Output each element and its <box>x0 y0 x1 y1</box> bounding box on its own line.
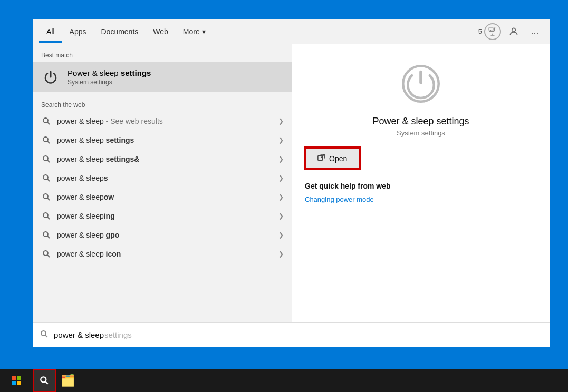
svg-point-4 <box>43 137 48 142</box>
web-search-label: Search the web <box>33 99 292 112</box>
search-bar-input[interactable]: power & sleep settings <box>54 330 542 340</box>
result-text: power & sleepow <box>57 193 273 201</box>
svg-point-14 <box>43 232 48 237</box>
open-button[interactable]: Open <box>305 148 360 169</box>
chevron-right-icon: ❯ <box>278 212 284 220</box>
svg-line-7 <box>47 160 50 162</box>
more-options-icon[interactable]: ... <box>526 23 543 40</box>
tab-more[interactable]: More ▾ <box>176 21 213 42</box>
svg-point-6 <box>43 156 48 161</box>
svg-point-20 <box>41 331 46 336</box>
search-icon <box>41 249 52 259</box>
list-item[interactable]: power & sleeping ❯ <box>33 207 292 226</box>
svg-line-13 <box>47 217 50 219</box>
search-icon <box>41 211 52 221</box>
power-icon-large <box>41 67 60 86</box>
start-button[interactable] <box>0 369 33 392</box>
quick-help-link[interactable]: Changing power mode <box>305 195 374 203</box>
chevron-right-icon: ❯ <box>278 193 284 201</box>
search-icon <box>41 154 52 164</box>
svg-line-3 <box>47 122 50 124</box>
folder-icon: 🗂️ <box>61 374 75 387</box>
svg-rect-24 <box>12 381 16 385</box>
open-btn-wrapper: Open <box>305 148 537 169</box>
result-text: power & sleep icon <box>57 250 273 258</box>
chevron-down-icon: ▾ <box>202 27 206 36</box>
chevron-right-icon: ❯ <box>278 155 284 163</box>
svg-point-26 <box>41 377 46 382</box>
main-content: Best match Power & sleep settings System… <box>33 44 550 340</box>
svg-point-16 <box>43 251 48 256</box>
tabs-right-controls: 5 ... <box>478 23 543 40</box>
chevron-right-icon: ❯ <box>278 250 284 258</box>
chevron-right-icon: ❯ <box>278 231 284 239</box>
svg-point-8 <box>43 175 48 180</box>
best-match-item[interactable]: Power & sleep settings System settings <box>33 62 292 92</box>
chevron-right-icon: ❯ <box>278 117 284 125</box>
chevron-right-icon: ❯ <box>278 136 284 144</box>
search-typed-text: power & sleep <box>54 330 104 340</box>
svg-point-1 <box>512 28 516 32</box>
search-icon <box>41 135 52 145</box>
result-text: power & sleep - See web results <box>57 117 273 125</box>
result-text: power & sleep gpo <box>57 231 273 239</box>
trophy-icon <box>484 23 501 40</box>
svg-rect-25 <box>17 381 21 385</box>
svg-line-27 <box>45 381 48 384</box>
svg-line-5 <box>47 141 50 143</box>
search-icon <box>41 230 52 240</box>
chevron-right-icon: ❯ <box>278 174 284 182</box>
svg-line-21 <box>45 335 47 337</box>
tab-all[interactable]: All <box>39 21 62 42</box>
quick-help-section: Get quick help from web Changing power m… <box>305 182 537 204</box>
best-match-text: Power & sleep settings System settings <box>68 68 151 86</box>
best-match-section: Best match Power & sleep settings System… <box>33 44 292 95</box>
list-item[interactable]: power & sleeps ❯ <box>33 169 292 188</box>
search-icon <box>41 192 52 202</box>
search-bar-icon <box>40 330 49 340</box>
svg-point-12 <box>43 213 48 218</box>
detail-title: Power & sleep settings <box>372 116 469 127</box>
result-text: power & sleeps <box>57 174 273 182</box>
tab-documents[interactable]: Documents <box>93 21 146 42</box>
tab-apps[interactable]: Apps <box>62 21 94 42</box>
list-item[interactable]: power & sleep settings ❯ <box>33 131 292 150</box>
svg-line-15 <box>47 236 50 238</box>
left-panel: Best match Power & sleep settings System… <box>33 44 292 340</box>
svg-line-17 <box>47 255 50 257</box>
trophy-badge[interactable]: 5 <box>478 23 501 40</box>
list-item[interactable]: power & sleep icon ❯ <box>33 244 292 263</box>
result-text: power & sleeping <box>57 212 273 220</box>
taskbar-file-explorer-button[interactable]: 🗂️ <box>56 369 79 392</box>
result-text: power & sleep settings <box>57 136 273 144</box>
quick-help-title: Get quick help from web <box>305 182 537 190</box>
web-search-section: Search the web power & sleep - See web r… <box>33 95 292 266</box>
taskbar-search-button[interactable] <box>33 369 56 392</box>
list-item[interactable]: power & sleep settings& ❯ <box>33 150 292 169</box>
search-icon <box>41 173 52 183</box>
svg-line-11 <box>47 198 50 200</box>
svg-rect-23 <box>17 376 21 380</box>
best-match-title: Power & sleep settings <box>68 68 151 77</box>
search-bar: power & sleep settings <box>33 322 550 347</box>
detail-power-icon <box>397 60 445 107</box>
open-external-icon <box>317 154 325 163</box>
taskbar: 🗂️ <box>0 369 568 392</box>
tab-bar: All Apps Documents Web More ▾ 5 <box>33 19 550 44</box>
tab-web[interactable]: Web <box>146 21 176 42</box>
search-ghost-text: settings <box>104 330 132 340</box>
search-icon <box>41 116 52 126</box>
right-panel: Power & sleep settings System settings O… <box>292 44 550 340</box>
best-match-subtitle: System settings <box>68 79 151 86</box>
svg-point-10 <box>43 194 48 199</box>
svg-rect-22 <box>12 376 16 380</box>
best-match-label: Best match <box>33 50 292 62</box>
user-icon[interactable] <box>505 23 522 40</box>
result-text: power & sleep settings& <box>57 155 273 163</box>
list-item[interactable]: power & sleep - See web results ❯ <box>33 112 292 131</box>
list-item[interactable]: power & sleep gpo ❯ <box>33 226 292 244</box>
list-item[interactable]: power & sleepow ❯ <box>33 188 292 207</box>
detail-subtitle: System settings <box>397 129 445 137</box>
svg-line-9 <box>47 179 50 181</box>
search-panel: All Apps Documents Web More ▾ 5 <box>33 19 550 340</box>
